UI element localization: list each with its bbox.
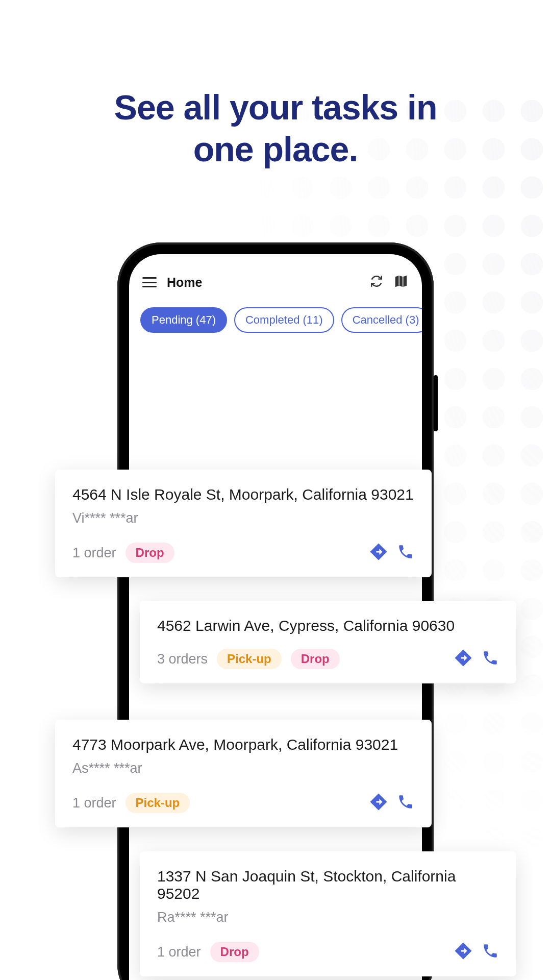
directions-icon[interactable] <box>369 543 388 563</box>
hero-line-2: one place. <box>193 130 358 168</box>
order-count: 1 order <box>72 545 116 561</box>
tag-pickup: Pick-up <box>126 793 190 813</box>
phone-side-button <box>434 375 438 431</box>
app-header: Home <box>129 254 422 291</box>
hamburger-menu-icon[interactable] <box>142 277 157 287</box>
task-address: 1337 N San Joaquin St, Stockton, Califor… <box>157 868 499 902</box>
task-card[interactable]: 4564 N Isle Royale St, Moorpark, Califor… <box>55 470 432 577</box>
hero-line-1: See all your tasks in <box>114 88 437 127</box>
task-address: 4564 N Isle Royale St, Moorpark, Califor… <box>72 486 414 503</box>
order-count: 1 order <box>157 944 201 960</box>
phone-icon[interactable] <box>482 649 499 669</box>
task-address: 4562 Larwin Ave, Cypress, California 906… <box>157 617 499 634</box>
page-title: Home <box>167 275 202 290</box>
filter-pending[interactable]: Pending (47) <box>140 307 227 333</box>
directions-icon[interactable] <box>454 942 472 962</box>
filter-row: Pending (47) Completed (11) Cancelled (3… <box>129 291 422 333</box>
order-count: 3 orders <box>157 651 208 667</box>
task-footer: 3 orders Pick-up Drop <box>157 649 499 669</box>
phone-icon[interactable] <box>482 942 499 962</box>
task-footer: 1 order Drop <box>157 942 499 962</box>
task-footer: 1 order Drop <box>72 543 414 563</box>
tag-drop: Drop <box>210 942 259 962</box>
task-customer: Ra**** ***ar <box>157 910 499 925</box>
refresh-icon[interactable] <box>370 275 383 290</box>
map-icon[interactable] <box>393 274 409 291</box>
task-address: 4773 Moorpark Ave, Moorpark, California … <box>72 736 414 753</box>
filter-cancelled[interactable]: Cancelled (3) <box>341 307 422 333</box>
task-customer: Vi**** ***ar <box>72 510 414 526</box>
task-card[interactable]: 1337 N San Joaquin St, Stockton, Califor… <box>140 851 516 976</box>
task-card[interactable]: 4562 Larwin Ave, Cypress, California 906… <box>140 601 516 683</box>
task-customer: As**** ***ar <box>72 761 414 776</box>
tag-pickup: Pick-up <box>217 649 282 669</box>
order-count: 1 order <box>72 795 116 811</box>
phone-icon[interactable] <box>397 543 414 562</box>
filter-completed[interactable]: Completed (11) <box>234 307 334 333</box>
hero-title: See all your tasks in one place. <box>0 87 551 170</box>
tag-drop: Drop <box>126 543 174 563</box>
directions-icon[interactable] <box>454 649 472 669</box>
task-card[interactable]: 4773 Moorpark Ave, Moorpark, California … <box>55 720 432 827</box>
directions-icon[interactable] <box>369 793 388 813</box>
tag-drop: Drop <box>291 649 340 669</box>
phone-icon[interactable] <box>397 793 414 813</box>
task-footer: 1 order Pick-up <box>72 793 414 813</box>
